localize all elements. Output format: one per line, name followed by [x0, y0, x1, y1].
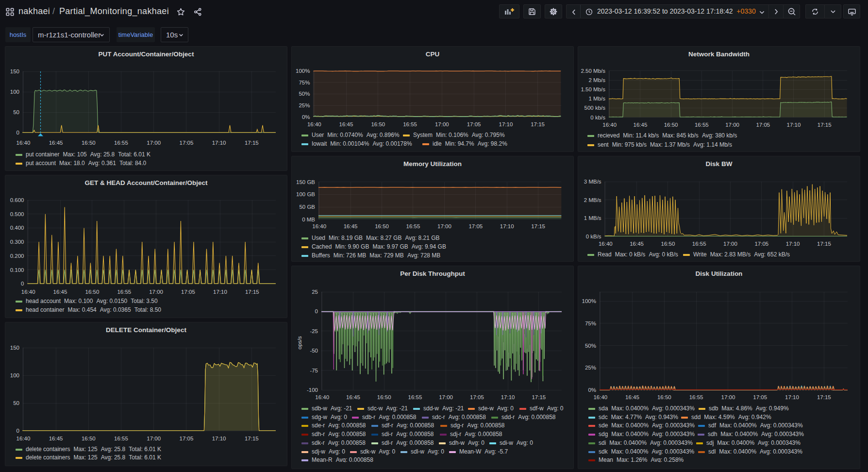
svg-text:100%: 100%	[296, 68, 310, 74]
svg-text:17:15: 17:15	[531, 121, 545, 127]
svg-text:16:55: 16:55	[114, 140, 128, 146]
svg-text:16:40: 16:40	[17, 436, 31, 441]
svg-text:17:15: 17:15	[532, 394, 546, 400]
svg-text:0.200: 0.200	[10, 253, 24, 259]
svg-text:16:45: 16:45	[346, 394, 360, 400]
svg-text:0 kB/s: 0 kB/s	[586, 234, 601, 239]
svg-text:-25: -25	[310, 328, 318, 334]
svg-text:16:40: 16:40	[307, 121, 321, 127]
svg-text:1 Mb/s: 1 Mb/s	[588, 96, 605, 101]
svg-text:17:15: 17:15	[245, 436, 259, 441]
svg-text:17:10: 17:10	[213, 289, 227, 295]
svg-text:100: 100	[10, 89, 19, 95]
svg-text:16:50: 16:50	[82, 140, 96, 146]
svg-text:16:40: 16:40	[593, 394, 607, 400]
svg-text:17:05: 17:05	[754, 241, 768, 247]
svg-text:17:10: 17:10	[499, 121, 513, 127]
svg-text:17:10: 17:10	[212, 436, 226, 441]
svg-text:16:55: 16:55	[692, 241, 706, 247]
svg-text:50%: 50%	[299, 91, 310, 97]
svg-text:16:55: 16:55	[114, 436, 128, 441]
svg-text:16:50: 16:50	[664, 122, 678, 128]
svg-text:17:10: 17:10	[500, 223, 514, 229]
svg-text:17:00: 17:00	[147, 140, 161, 146]
svg-text:16:40: 16:40	[17, 140, 31, 146]
svg-text:1.50 Mb/s: 1.50 Mb/s	[581, 86, 606, 92]
svg-text:17:15: 17:15	[245, 289, 259, 295]
svg-text:16:55: 16:55	[117, 289, 131, 295]
svg-text:17:05: 17:05	[467, 121, 481, 127]
svg-text:0.300: 0.300	[10, 239, 24, 245]
svg-text:16:45: 16:45	[625, 394, 639, 400]
svg-text:16:45: 16:45	[53, 289, 67, 295]
svg-text:17:05: 17:05	[756, 122, 770, 128]
svg-text:0.600: 0.600	[10, 197, 24, 203]
svg-text:17:00: 17:00	[439, 394, 453, 400]
svg-text:50: 50	[13, 109, 19, 115]
svg-text:-75: -75	[310, 368, 318, 373]
svg-text:2 MB/s: 2 MB/s	[584, 197, 601, 203]
svg-text:17:10: 17:10	[212, 140, 226, 146]
svg-text:16:55: 16:55	[406, 223, 420, 229]
svg-text:0%: 0%	[302, 114, 310, 120]
svg-text:150: 150	[10, 68, 19, 74]
svg-text:25%: 25%	[585, 365, 596, 371]
svg-text:-50: -50	[310, 348, 318, 354]
svg-text:17:00: 17:00	[147, 436, 161, 441]
svg-text:16:50: 16:50	[377, 394, 391, 400]
svg-text:25: 25	[312, 289, 318, 295]
svg-text:16:40: 16:40	[21, 289, 35, 295]
svg-text:0.400: 0.400	[10, 225, 24, 231]
svg-text:17:00: 17:00	[725, 122, 739, 128]
svg-text:17:00: 17:00	[435, 121, 449, 127]
svg-text:16:50: 16:50	[661, 241, 675, 247]
svg-text:100%: 100%	[582, 298, 596, 304]
svg-text:16:55: 16:55	[408, 394, 422, 400]
svg-text:16:55: 16:55	[689, 394, 703, 400]
svg-text:75%: 75%	[299, 80, 310, 85]
svg-text:16:40: 16:40	[312, 223, 326, 229]
svg-text:50: 50	[13, 400, 19, 406]
svg-text:16:40: 16:40	[315, 394, 329, 400]
svg-text:17:05: 17:05	[753, 394, 767, 400]
svg-text:0: 0	[17, 428, 19, 434]
svg-text:16:45: 16:45	[49, 140, 63, 146]
svg-text:16:45: 16:45	[344, 223, 358, 229]
svg-text:16:45: 16:45	[630, 241, 644, 247]
svg-text:16:45: 16:45	[634, 122, 648, 128]
svg-text:17:05: 17:05	[181, 289, 195, 295]
svg-text:150 GB: 150 GB	[296, 179, 315, 185]
svg-text:16:50: 16:50	[85, 289, 100, 295]
svg-text:17:05: 17:05	[470, 394, 484, 400]
svg-text:16:40: 16:40	[602, 122, 617, 128]
svg-text:2.50 Mb/s: 2.50 Mb/s	[581, 68, 606, 74]
svg-text:17:10: 17:10	[785, 394, 799, 400]
svg-text:0: 0	[17, 130, 19, 135]
svg-text:0.500: 0.500	[10, 211, 24, 217]
svg-text:17:15: 17:15	[245, 140, 259, 146]
svg-text:16:45: 16:45	[49, 436, 63, 441]
svg-text:0 MB: 0 MB	[302, 217, 315, 222]
svg-text:75%: 75%	[585, 320, 596, 326]
svg-text:500 kb/s: 500 kb/s	[584, 105, 606, 111]
svg-text:16:50: 16:50	[375, 223, 389, 229]
svg-text:16:40: 16:40	[599, 241, 613, 247]
svg-text:150: 150	[10, 345, 19, 351]
svg-text:0: 0	[21, 281, 24, 287]
svg-text:16:55: 16:55	[695, 122, 709, 128]
svg-text:0 kb/s: 0 kb/s	[590, 115, 605, 120]
svg-text:16:45: 16:45	[339, 121, 353, 127]
svg-text:-100: -100	[307, 387, 318, 393]
svg-text:17:00: 17:00	[437, 223, 451, 229]
svg-text:17:00: 17:00	[721, 394, 735, 400]
svg-text:0.100: 0.100	[10, 267, 24, 273]
svg-text:0%: 0%	[588, 387, 596, 393]
svg-text:ops/s: ops/s	[297, 336, 302, 350]
svg-text:17:10: 17:10	[787, 122, 801, 128]
svg-text:50%: 50%	[585, 343, 596, 349]
svg-text:17:15: 17:15	[531, 223, 545, 229]
svg-text:17:15: 17:15	[817, 241, 831, 247]
svg-text:50 GB: 50 GB	[299, 204, 315, 210]
svg-text:17:00: 17:00	[149, 289, 163, 295]
svg-text:1 MB/s: 1 MB/s	[584, 215, 601, 221]
